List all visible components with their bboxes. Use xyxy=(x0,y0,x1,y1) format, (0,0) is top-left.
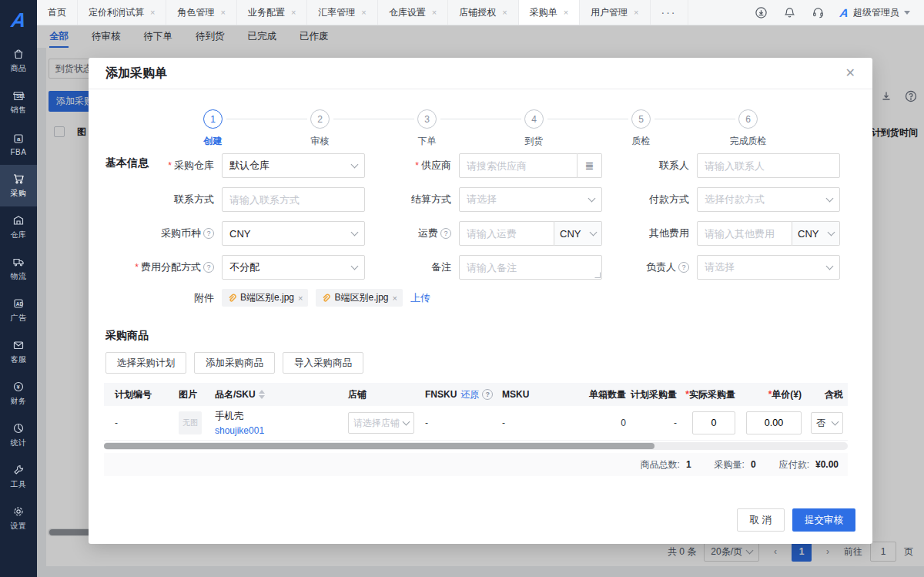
summary-products-label: 商品总数: xyxy=(641,458,680,471)
tab-shop-auth[interactable]: 店铺授权× xyxy=(448,0,518,25)
sidebar-item-stats[interactable]: 统计 xyxy=(0,414,37,456)
help-icon[interactable]: ? xyxy=(440,228,451,239)
scrollbar-thumb[interactable] xyxy=(104,443,654,449)
app-logo[interactable]: A xyxy=(0,0,37,40)
attachment-chip[interactable]: B端区别e.jpg × xyxy=(316,289,402,307)
sidebar-item-sales[interactable]: SEL 销售 xyxy=(0,82,37,123)
manager-select[interactable]: 请选择 xyxy=(697,255,840,280)
sort-icon[interactable] xyxy=(259,390,265,399)
section-products: 采购商品 xyxy=(105,329,149,343)
actual-qty-input[interactable] xyxy=(692,411,735,434)
other-fee-currency-select[interactable]: CNY xyxy=(792,221,840,246)
submit-review-button[interactable]: 提交审核 xyxy=(792,508,855,532)
col-unit-price: *单价(¥) xyxy=(740,383,806,406)
currency-select[interactable]: CNY xyxy=(222,221,365,246)
sidebar-item-warehouse[interactable]: 仓库 xyxy=(0,206,37,248)
contact-way-input[interactable] xyxy=(222,187,365,212)
tab-role-management[interactable]: 角色管理× xyxy=(166,0,236,25)
sidebar-item-label: 设置 xyxy=(11,521,27,532)
remove-attachment-icon[interactable]: × xyxy=(393,294,397,303)
freight-input[interactable] xyxy=(459,221,554,246)
settlement-select[interactable]: 请选择 xyxy=(459,187,602,212)
remark-textarea[interactable] xyxy=(459,255,602,280)
sidebar-item-settings[interactable]: 设置 xyxy=(0,498,37,539)
user-menu[interactable]: A 超级管理员 xyxy=(840,6,910,19)
attachment-chip[interactable]: B端区别e.jpg × xyxy=(222,289,308,307)
sidebar-item-label: 客服 xyxy=(11,354,27,365)
tab-purchase-order[interactable]: 采购单× xyxy=(519,0,580,25)
supplier-input[interactable] xyxy=(459,153,578,178)
summary-qty-value: 0 xyxy=(751,459,756,470)
shop-select[interactable]: 请选择店铺 xyxy=(348,412,414,434)
close-icon[interactable]: × xyxy=(432,8,437,17)
sidebar-item-label: 物流 xyxy=(11,271,27,282)
bell-icon[interactable] xyxy=(783,6,796,19)
headset-icon[interactable] xyxy=(812,6,825,19)
close-icon[interactable]: × xyxy=(361,8,366,17)
chevron-down-icon xyxy=(904,11,910,15)
col-shop: 店铺 xyxy=(343,383,420,406)
table-scrollbar[interactable] xyxy=(104,442,848,450)
sidebar-item-service[interactable]: 客服 xyxy=(0,331,37,373)
sidebar-item-tools[interactable]: 工具 xyxy=(0,456,37,498)
more-tabs-icon[interactable]: ··· xyxy=(651,0,688,25)
close-icon[interactable]: × xyxy=(502,8,507,17)
product-name: 手机壳 xyxy=(215,410,264,423)
close-icon[interactable]: × xyxy=(291,8,296,17)
supplier-list-icon[interactable]: ≣ xyxy=(578,153,602,178)
import-product-button[interactable]: 导入采购商品 xyxy=(283,352,363,374)
tab-business-config[interactable]: 业务配置× xyxy=(237,0,307,25)
unit-price-input[interactable] xyxy=(746,411,802,434)
tab-warehouse-settings[interactable]: 仓库设置× xyxy=(378,0,448,25)
freight-currency-select[interactable]: CNY xyxy=(554,221,602,246)
help-icon[interactable]: ? xyxy=(678,262,689,273)
tab-pricing-profit[interactable]: 定价利润试算× xyxy=(78,0,166,25)
sidebar-item-ads[interactable]: AD 广告 xyxy=(0,290,37,331)
sidebar-item-logistics[interactable]: 物流 xyxy=(0,248,37,290)
tab-user-management[interactable]: 用户管理× xyxy=(580,0,650,25)
upload-link[interactable]: 上传 xyxy=(410,291,430,305)
help-icon[interactable]: ? xyxy=(482,389,493,400)
allocation-select[interactable]: 不分配 xyxy=(222,255,365,280)
select-plan-button[interactable]: 选择采购计划 xyxy=(105,352,186,374)
sidebar-item-finance[interactable]: ¥ 财务 xyxy=(0,373,37,414)
add-product-button[interactable]: 添加采购商品 xyxy=(194,352,275,374)
warehouse-label: *采购仓库 xyxy=(105,159,222,173)
tab-exchange-rate[interactable]: 汇率管理× xyxy=(307,0,377,25)
app-sidebar: A 商品 SEL 销售 a FBA 采购 仓库 物流 AD 广告 客服 ¥ 财务… xyxy=(0,0,37,577)
chevron-down-icon xyxy=(403,418,410,425)
bag-icon xyxy=(12,48,25,60)
close-icon[interactable]: × xyxy=(564,8,568,17)
sidebar-item-purchase[interactable]: 采购 xyxy=(0,165,37,206)
chevron-down-icon xyxy=(590,228,598,236)
step-qc: 5 质检 xyxy=(588,109,695,148)
cell-msku: - xyxy=(497,406,574,440)
sidebar-item-fba[interactable]: a FBA xyxy=(0,123,37,165)
brand-a-icon: A xyxy=(9,8,27,32)
cancel-button[interactable]: 取 消 xyxy=(737,508,785,532)
tab-home[interactable]: 首页 xyxy=(37,0,78,25)
col-name-sku: 品名/SKU xyxy=(210,383,343,406)
other-fee-input[interactable] xyxy=(697,221,792,246)
close-icon[interactable]: × xyxy=(634,8,638,17)
download-circle-icon[interactable] xyxy=(755,6,768,19)
close-icon[interactable]: ✕ xyxy=(845,67,855,79)
warehouse-select[interactable]: 默认仓库 xyxy=(222,153,365,178)
restore-link[interactable]: 还原 xyxy=(460,388,479,401)
sidebar-item-products[interactable]: 商品 xyxy=(0,40,37,82)
payment-select[interactable]: 选择付款方式 xyxy=(697,187,840,212)
sidebar-item-label: FBA xyxy=(11,148,27,156)
sidebar-item-label: 财务 xyxy=(11,396,27,407)
help-icon[interactable]: ? xyxy=(203,228,214,239)
tax-select[interactable]: 否 xyxy=(811,412,843,434)
close-icon[interactable]: × xyxy=(220,8,225,17)
contact-person-input[interactable] xyxy=(697,153,840,178)
remove-attachment-icon[interactable]: × xyxy=(298,294,303,303)
sidebar-item-label: 统计 xyxy=(11,438,27,448)
summary-payable-value: ¥0.00 xyxy=(815,459,839,470)
close-icon[interactable]: × xyxy=(150,8,155,17)
help-icon[interactable]: ? xyxy=(203,262,214,273)
coin-icon: ¥ xyxy=(12,381,25,393)
settlement-label: 结算方式 xyxy=(365,193,459,206)
product-sku-link[interactable]: shoujike001 xyxy=(215,425,264,436)
